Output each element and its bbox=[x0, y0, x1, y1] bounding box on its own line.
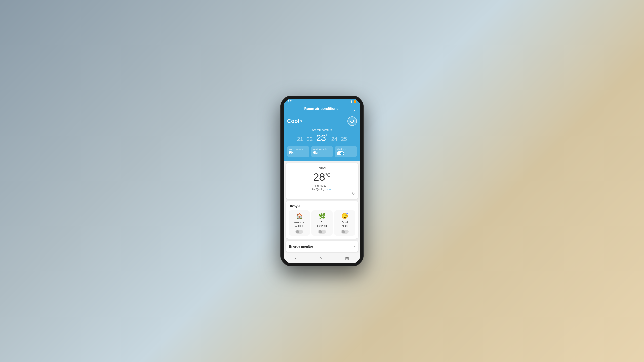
wind-strength-label: Wind strength bbox=[313, 148, 327, 150]
scroll-content: Indoor 28°C Humidity -- Air Quality Good… bbox=[284, 161, 360, 253]
temp-23-active[interactable]: 23° bbox=[316, 133, 328, 143]
temp-label: Set temperature bbox=[287, 128, 357, 131]
nav-recent-button[interactable]: ▦ bbox=[345, 256, 349, 260]
wind-controls: Wind direction Fix Wind strength High Wi… bbox=[287, 146, 357, 157]
ai-purifying-label: AIpurifying bbox=[317, 221, 327, 228]
ai-purifying-toggle[interactable] bbox=[318, 230, 326, 234]
temp-21[interactable]: 21 bbox=[297, 136, 303, 142]
mode-selector[interactable]: Cool ▾ bbox=[287, 118, 302, 124]
indoor-title: Indoor bbox=[289, 166, 355, 170]
phone-screen: 5:32 🔋 📶 ‹ Room air conditioner ⋮ Cool ▾ bbox=[284, 99, 360, 263]
good-sleep-toggle[interactable] bbox=[341, 230, 349, 234]
temp-25[interactable]: 25 bbox=[341, 136, 347, 142]
temp-22[interactable]: 22 bbox=[307, 136, 313, 142]
wind-direction-card[interactable]: Wind direction Fix bbox=[287, 146, 309, 157]
status-battery: 🔋 📶 bbox=[350, 100, 356, 103]
wind-direction-label: Wind direction bbox=[289, 148, 303, 150]
welcome-cooling-toggle-dot bbox=[296, 230, 299, 233]
control-panel: Cool ▾ ⏻ Set temperature 21 22 23° 24 25 bbox=[284, 114, 360, 161]
indoor-temperature: 28°C bbox=[289, 172, 355, 183]
bixby-title: Bixby AI bbox=[289, 204, 355, 208]
wind-free-toggle-dot bbox=[340, 152, 344, 155]
nav-back-button[interactable]: ‹ bbox=[295, 256, 296, 260]
indoor-air-label: Air Quality bbox=[312, 188, 325, 191]
phone-device: 5:32 🔋 📶 ‹ Room air conditioner ⋮ Cool ▾ bbox=[280, 96, 364, 266]
back-button[interactable]: ‹ bbox=[287, 106, 293, 111]
status-bar: 5:32 🔋 📶 bbox=[284, 99, 360, 104]
wind-free-card[interactable]: Wind free bbox=[335, 146, 357, 157]
indoor-card: Indoor 28°C Humidity -- Air Quality Good… bbox=[286, 163, 358, 199]
status-icons: 🔋 📶 bbox=[350, 100, 356, 103]
status-time: 5:32 bbox=[288, 100, 293, 103]
bixby-ai-purifying-card[interactable]: 🌿 AIpurifying bbox=[311, 210, 333, 236]
mode-label: Cool bbox=[287, 118, 299, 124]
indoor-air-quality: Air Quality Good bbox=[289, 188, 355, 191]
wind-free-label: Wind free bbox=[337, 148, 346, 150]
app-header: ‹ Room air conditioner ⋮ bbox=[284, 104, 360, 114]
good-sleep-label: GoodSleep bbox=[342, 221, 348, 228]
bixby-good-sleep-card[interactable]: 😴 GoodSleep bbox=[334, 210, 355, 236]
energy-monitor-row[interactable]: Energy monitor › bbox=[286, 241, 358, 252]
energy-monitor-arrow: › bbox=[354, 244, 355, 249]
welcome-cooling-label: WelcomeCooling bbox=[294, 221, 305, 228]
phone-wrapper: 5:32 🔋 📶 ‹ Room air conditioner ⋮ Cool ▾ bbox=[280, 96, 364, 266]
welcome-cooling-toggle[interactable] bbox=[295, 230, 303, 234]
bottom-nav: ‹ ○ ▦ bbox=[284, 253, 360, 263]
wind-direction-value: Fix bbox=[289, 151, 293, 154]
mode-row: Cool ▾ ⏻ bbox=[287, 116, 357, 126]
energy-monitor-label: Energy monitor bbox=[289, 245, 313, 248]
mode-dropdown-icon: ▾ bbox=[300, 119, 302, 123]
refresh-button[interactable]: ↻ bbox=[289, 192, 355, 196]
nav-home-button[interactable]: ○ bbox=[319, 256, 322, 260]
welcome-cooling-icon: 🏠 bbox=[296, 213, 303, 219]
menu-button[interactable]: ⋮ bbox=[351, 106, 357, 111]
page-title: Room air conditioner bbox=[293, 107, 351, 111]
ai-purifying-toggle-dot bbox=[319, 230, 322, 233]
temperature-selector: 21 22 23° 24 25 bbox=[287, 133, 357, 143]
temp-24[interactable]: 24 bbox=[331, 136, 337, 142]
wind-strength-card[interactable]: Wind strength High bbox=[311, 146, 333, 157]
bixby-welcome-cooling-card[interactable]: 🏠 WelcomeCooling bbox=[289, 210, 310, 236]
indoor-temp-unit: °C bbox=[325, 172, 331, 178]
indoor-details: Humidity -- Air Quality Good bbox=[289, 184, 355, 191]
wind-strength-value: High bbox=[313, 151, 320, 154]
indoor-humidity: Humidity -- bbox=[289, 184, 355, 187]
good-sleep-icon: 😴 bbox=[341, 213, 348, 219]
ai-purifying-icon: 🌿 bbox=[319, 213, 326, 219]
bixby-section: Bixby AI 🏠 WelcomeCooling 🌿 AIpurifying bbox=[286, 201, 358, 239]
power-button[interactable]: ⏻ bbox=[347, 116, 357, 126]
indoor-temp-value: 28 bbox=[313, 171, 325, 183]
good-sleep-toggle-dot bbox=[342, 230, 345, 233]
temp-degree: ° bbox=[326, 134, 328, 139]
wind-free-toggle[interactable] bbox=[337, 151, 344, 155]
indoor-air-value: Good bbox=[325, 188, 332, 191]
power-icon: ⏻ bbox=[350, 119, 354, 123]
bixby-cards: 🏠 WelcomeCooling 🌿 AIpurifying bbox=[289, 210, 355, 236]
